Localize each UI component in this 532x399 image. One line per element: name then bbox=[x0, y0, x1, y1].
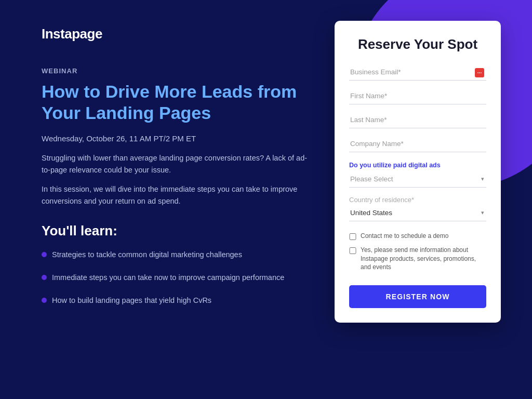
learn-list: Strategies to tackle common digital mark… bbox=[42, 249, 314, 306]
newsletter-checkbox[interactable] bbox=[349, 247, 356, 254]
bullet-icon bbox=[42, 252, 47, 257]
register-now-button[interactable]: REGISTER NOW bbox=[349, 285, 486, 308]
paid-ads-label: Do you utilize paid digital ads bbox=[349, 162, 486, 169]
right-column: Reserve Your Spot ··· Do you utilize pai… bbox=[335, 21, 501, 378]
webinar-date: Wednesday, October 26, 11 AM PT/2 PM ET bbox=[42, 134, 314, 143]
first-name-wrapper bbox=[349, 88, 486, 109]
first-name-input[interactable] bbox=[349, 88, 486, 104]
paid-ads-select-wrapper: Please Select Yes No ▾ bbox=[349, 171, 486, 192]
bullet-icon bbox=[42, 275, 47, 280]
list-item: Immediate steps you can take now to impr… bbox=[42, 272, 314, 284]
company-name-input[interactable] bbox=[349, 136, 486, 152]
last-name-input[interactable] bbox=[349, 112, 486, 128]
schedule-demo-label: Contact me to schedule a demo bbox=[361, 232, 448, 241]
learn-heading: You'll learn: bbox=[42, 223, 314, 239]
checkbox-group: Contact me to schedule a demo Yes, pleas… bbox=[349, 232, 486, 272]
webinar-desc-2: In this session, we will dive into the i… bbox=[42, 183, 314, 207]
country-select[interactable]: United States Canada United Kingdom bbox=[349, 205, 486, 221]
business-email-wrapper: ··· bbox=[349, 64, 486, 85]
list-item: How to build landing pages that yield hi… bbox=[42, 295, 314, 307]
list-item: Strategies to tackle common digital mark… bbox=[42, 249, 314, 261]
country-select-wrapper: United States Canada United Kingdom ▾ bbox=[349, 205, 486, 225]
country-label: Country of residence* bbox=[349, 196, 486, 204]
business-email-input[interactable] bbox=[349, 64, 486, 81]
bullet-icon bbox=[42, 298, 47, 303]
checkbox-demo-item: Contact me to schedule a demo bbox=[349, 232, 486, 241]
registration-form-card: Reserve Your Spot ··· Do you utilize pai… bbox=[335, 21, 501, 323]
last-name-wrapper bbox=[349, 112, 486, 132]
company-name-wrapper bbox=[349, 136, 486, 156]
newsletter-label: Yes, please send me information about In… bbox=[361, 246, 486, 272]
checkbox-newsletter-item: Yes, please send me information about In… bbox=[349, 246, 486, 272]
schedule-demo-checkbox[interactable] bbox=[349, 233, 356, 240]
form-title: Reserve Your Spot bbox=[349, 36, 486, 52]
paid-ads-select[interactable]: Please Select Yes No bbox=[349, 171, 486, 188]
email-error-icon: ··· bbox=[475, 68, 484, 77]
webinar-desc-1: Struggling with lower than average landi… bbox=[42, 152, 314, 176]
logo: Instapage bbox=[42, 26, 314, 42]
webinar-title: How to Drive More Leads from Your Landin… bbox=[42, 81, 314, 124]
webinar-label: WEBINAR bbox=[42, 67, 314, 75]
left-column: Instapage WEBINAR How to Drive More Lead… bbox=[42, 21, 314, 378]
